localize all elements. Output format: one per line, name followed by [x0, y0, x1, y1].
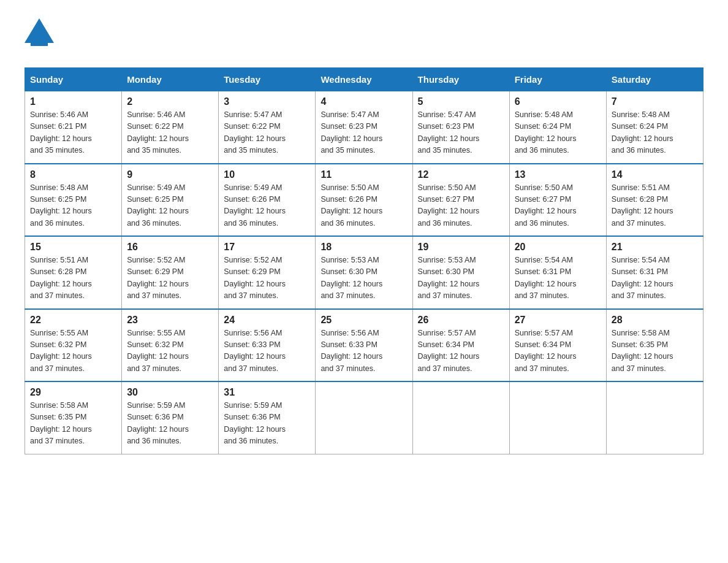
page-header	[25, 18, 703, 55]
calendar-week-5: 29 Sunrise: 5:58 AMSunset: 6:35 PMDaylig…	[25, 381, 703, 454]
calendar-cell: 29 Sunrise: 5:58 AMSunset: 6:35 PMDaylig…	[25, 381, 122, 454]
day-number: 27	[515, 315, 601, 326]
calendar-cell: 3 Sunrise: 5:47 AMSunset: 6:22 PMDayligh…	[219, 91, 316, 164]
day-info: Sunrise: 5:56 AMSunset: 6:33 PMDaylight:…	[320, 329, 382, 373]
day-info: Sunrise: 5:48 AMSunset: 6:24 PMDaylight:…	[515, 110, 577, 155]
day-number: 19	[418, 242, 504, 253]
svg-rect-1	[31, 43, 48, 46]
header-day-friday: Friday	[509, 68, 606, 91]
calendar-cell: 6 Sunrise: 5:48 AMSunset: 6:24 PMDayligh…	[509, 91, 606, 164]
calendar-cell: 18 Sunrise: 5:53 AMSunset: 6:30 PMDaylig…	[316, 236, 412, 309]
day-number: 11	[320, 169, 407, 180]
day-info: Sunrise: 5:59 AMSunset: 6:36 PMDaylight:…	[127, 401, 189, 445]
day-info: Sunrise: 5:57 AMSunset: 6:34 PMDaylight:…	[418, 329, 480, 373]
day-number: 8	[30, 169, 116, 180]
day-info: Sunrise: 5:49 AMSunset: 6:26 PMDaylight:…	[224, 183, 286, 228]
calendar-cell: 24 Sunrise: 5:56 AMSunset: 6:33 PMDaylig…	[219, 309, 316, 382]
day-number: 25	[320, 315, 407, 326]
day-info: Sunrise: 5:47 AMSunset: 6:23 PMDaylight:…	[418, 110, 480, 155]
day-info: Sunrise: 5:55 AMSunset: 6:32 PMDaylight:…	[127, 329, 189, 373]
day-info: Sunrise: 5:56 AMSunset: 6:33 PMDaylight:…	[224, 329, 286, 373]
calendar-cell: 21 Sunrise: 5:54 AMSunset: 6:31 PMDaylig…	[606, 236, 703, 309]
day-info: Sunrise: 5:50 AMSunset: 6:27 PMDaylight:…	[515, 183, 577, 228]
day-number: 23	[127, 315, 213, 326]
calendar-cell: 23 Sunrise: 5:55 AMSunset: 6:32 PMDaylig…	[122, 309, 219, 382]
day-number: 3	[224, 96, 310, 107]
calendar-cell	[316, 381, 412, 454]
day-number: 22	[30, 315, 116, 326]
calendar-cell: 15 Sunrise: 5:51 AMSunset: 6:28 PMDaylig…	[25, 236, 122, 309]
calendar-cell: 12 Sunrise: 5:50 AMSunset: 6:27 PMDaylig…	[412, 164, 509, 237]
calendar-cell: 1 Sunrise: 5:46 AMSunset: 6:21 PMDayligh…	[25, 91, 122, 164]
calendar-cell: 2 Sunrise: 5:46 AMSunset: 6:22 PMDayligh…	[122, 91, 219, 164]
calendar-cell: 17 Sunrise: 5:52 AMSunset: 6:29 PMDaylig…	[219, 236, 316, 309]
day-info: Sunrise: 5:47 AMSunset: 6:22 PMDaylight:…	[224, 110, 286, 155]
calendar-week-1: 1 Sunrise: 5:46 AMSunset: 6:21 PMDayligh…	[25, 91, 703, 164]
day-number: 12	[418, 169, 504, 180]
day-info: Sunrise: 5:51 AMSunset: 6:28 PMDaylight:…	[30, 256, 92, 300]
logo	[25, 18, 54, 55]
calendar-cell: 5 Sunrise: 5:47 AMSunset: 6:23 PMDayligh…	[412, 91, 509, 164]
calendar-cell: 10 Sunrise: 5:49 AMSunset: 6:26 PMDaylig…	[219, 164, 316, 237]
day-number: 10	[224, 169, 310, 180]
calendar-cell: 27 Sunrise: 5:57 AMSunset: 6:34 PMDaylig…	[509, 309, 606, 382]
calendar-cell: 31 Sunrise: 5:59 AMSunset: 6:36 PMDaylig…	[219, 381, 316, 454]
day-info: Sunrise: 5:54 AMSunset: 6:31 PMDaylight:…	[612, 256, 673, 300]
day-info: Sunrise: 5:55 AMSunset: 6:32 PMDaylight:…	[30, 329, 92, 373]
logo-icon	[25, 18, 54, 55]
day-number: 31	[224, 387, 310, 398]
calendar-cell: 25 Sunrise: 5:56 AMSunset: 6:33 PMDaylig…	[316, 309, 412, 382]
calendar-week-4: 22 Sunrise: 5:55 AMSunset: 6:32 PMDaylig…	[25, 309, 703, 382]
day-number: 24	[224, 315, 310, 326]
calendar-cell	[606, 381, 703, 454]
day-info: Sunrise: 5:58 AMSunset: 6:35 PMDaylight:…	[612, 329, 673, 373]
day-info: Sunrise: 5:52 AMSunset: 6:29 PMDaylight:…	[127, 256, 189, 300]
calendar-table: SundayMondayTuesdayWednesdayThursdayFrid…	[25, 67, 703, 454]
calendar-week-3: 15 Sunrise: 5:51 AMSunset: 6:28 PMDaylig…	[25, 236, 703, 309]
day-number: 26	[418, 315, 504, 326]
day-info: Sunrise: 5:47 AMSunset: 6:23 PMDaylight:…	[320, 110, 382, 155]
day-number: 18	[320, 242, 407, 253]
calendar-cell: 26 Sunrise: 5:57 AMSunset: 6:34 PMDaylig…	[412, 309, 509, 382]
day-info: Sunrise: 5:46 AMSunset: 6:22 PMDaylight:…	[127, 110, 189, 155]
day-info: Sunrise: 5:48 AMSunset: 6:24 PMDaylight:…	[612, 110, 673, 155]
header-row: SundayMondayTuesdayWednesdayThursdayFrid…	[25, 68, 703, 91]
day-number: 5	[418, 96, 504, 107]
day-number: 7	[612, 96, 698, 107]
calendar-cell	[509, 381, 606, 454]
calendar-header: SundayMondayTuesdayWednesdayThursdayFrid…	[25, 68, 703, 91]
day-info: Sunrise: 5:58 AMSunset: 6:35 PMDaylight:…	[30, 401, 92, 445]
day-info: Sunrise: 5:49 AMSunset: 6:25 PMDaylight:…	[127, 183, 189, 228]
day-info: Sunrise: 5:54 AMSunset: 6:31 PMDaylight:…	[515, 256, 577, 300]
day-info: Sunrise: 5:53 AMSunset: 6:30 PMDaylight:…	[320, 256, 382, 300]
day-number: 30	[127, 387, 213, 398]
calendar-cell: 28 Sunrise: 5:58 AMSunset: 6:35 PMDaylig…	[606, 309, 703, 382]
calendar-cell: 7 Sunrise: 5:48 AMSunset: 6:24 PMDayligh…	[606, 91, 703, 164]
calendar-week-2: 8 Sunrise: 5:48 AMSunset: 6:25 PMDayligh…	[25, 164, 703, 237]
day-number: 13	[515, 169, 601, 180]
calendar-cell: 8 Sunrise: 5:48 AMSunset: 6:25 PMDayligh…	[25, 164, 122, 237]
day-number: 14	[612, 169, 698, 180]
calendar-cell: 14 Sunrise: 5:51 AMSunset: 6:28 PMDaylig…	[606, 164, 703, 237]
calendar-cell: 13 Sunrise: 5:50 AMSunset: 6:27 PMDaylig…	[509, 164, 606, 237]
day-number: 16	[127, 242, 213, 253]
day-number: 21	[612, 242, 698, 253]
day-number: 28	[612, 315, 698, 326]
calendar-cell: 20 Sunrise: 5:54 AMSunset: 6:31 PMDaylig…	[509, 236, 606, 309]
calendar-cell	[412, 381, 509, 454]
day-info: Sunrise: 5:50 AMSunset: 6:27 PMDaylight:…	[418, 183, 480, 228]
calendar-cell: 30 Sunrise: 5:59 AMSunset: 6:36 PMDaylig…	[122, 381, 219, 454]
day-info: Sunrise: 5:48 AMSunset: 6:25 PMDaylight:…	[30, 183, 92, 228]
day-number: 2	[127, 96, 213, 107]
header-day-sunday: Sunday	[25, 68, 122, 91]
header-day-monday: Monday	[122, 68, 219, 91]
day-number: 4	[320, 96, 407, 107]
day-info: Sunrise: 5:53 AMSunset: 6:30 PMDaylight:…	[418, 256, 480, 300]
calendar-cell: 19 Sunrise: 5:53 AMSunset: 6:30 PMDaylig…	[412, 236, 509, 309]
day-info: Sunrise: 5:50 AMSunset: 6:26 PMDaylight:…	[320, 183, 382, 228]
calendar-cell: 22 Sunrise: 5:55 AMSunset: 6:32 PMDaylig…	[25, 309, 122, 382]
day-number: 1	[30, 96, 116, 107]
day-info: Sunrise: 5:57 AMSunset: 6:34 PMDaylight:…	[515, 329, 577, 373]
header-day-wednesday: Wednesday	[316, 68, 412, 91]
day-number: 17	[224, 242, 310, 253]
